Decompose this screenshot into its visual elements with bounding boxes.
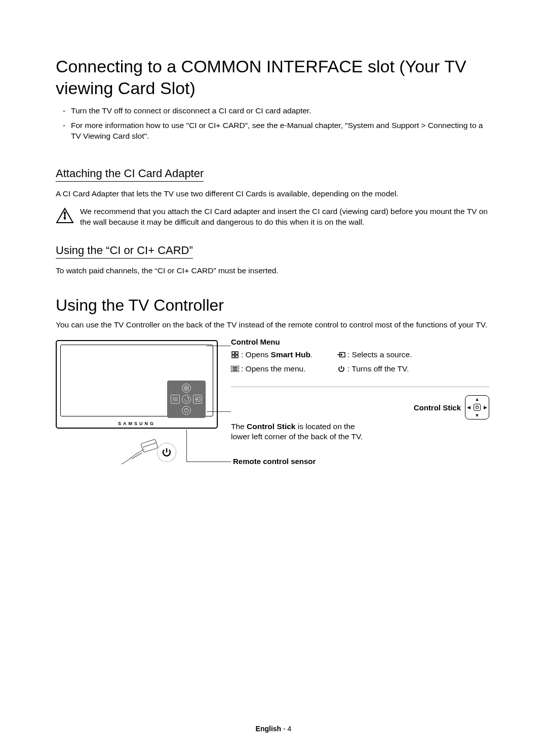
control-menu-item-smart-hub: : Opens Smart Hub.: [231, 350, 332, 359]
svg-marker-2: [63, 211, 66, 214]
source-icon: [193, 395, 202, 404]
text-bold: Control Stick: [247, 422, 295, 431]
text: : Opens: [241, 350, 271, 359]
svg-rect-17: [141, 439, 158, 452]
control-stick-title: Control Stick: [414, 403, 461, 412]
subheading-using-ci-card: Using the “CI or CI+ CARD”: [56, 244, 193, 259]
control-stick-directional-icon: ▲ ▼ ◀ ▶: [465, 395, 489, 419]
section-heading-tv-controller: Using the TV Controller: [56, 296, 491, 315]
text: The: [231, 422, 247, 431]
footer-page-number: 4: [288, 725, 292, 733]
chevron-down-icon: ▼: [475, 413, 480, 418]
onscreen-control-menu: [167, 381, 206, 418]
svg-marker-11: [187, 397, 189, 398]
power-icon: [474, 404, 481, 411]
using-ci-card-text: To watch paid channels, the “CI or CI+ C…: [56, 266, 491, 276]
svg-marker-25: [341, 354, 343, 356]
warning-row: We recommend that you attach the CI Card…: [56, 206, 491, 228]
svg-line-18: [143, 443, 156, 447]
power-icon: [182, 406, 191, 415]
warning-icon: [56, 206, 80, 226]
svg-rect-5: [187, 386, 189, 388]
svg-rect-21: [232, 355, 235, 358]
remote-sensor-label: Remote control sensor: [233, 457, 316, 466]
svg-rect-4: [184, 386, 186, 388]
ci-note-1: Turn the TV off to connect or disconnect…: [56, 106, 491, 116]
text: : Opens the menu.: [241, 364, 306, 373]
control-stick-block: Control Stick ▲ ▼ ◀ ▶ The Control Stick …: [231, 395, 489, 441]
source-icon: [337, 351, 345, 358]
control-menu-item-menu: : Opens the menu.: [231, 364, 332, 373]
chevron-right-icon: ▶: [484, 405, 487, 410]
svg-rect-22: [236, 355, 238, 358]
control-menu-item-power: : Turns off the TV.: [337, 364, 434, 373]
control-menu-title: Control Menu: [231, 338, 489, 346]
tv-controller-intro: You can use the TV Controller on the bac…: [56, 320, 491, 330]
svg-rect-6: [184, 389, 186, 391]
subheading-attach-adapter: Attaching the CI Card Adapter: [56, 167, 204, 182]
text: lower left corner of the back of the TV.: [231, 432, 489, 441]
svg-rect-20: [236, 352, 238, 354]
attach-adapter-text: A CI Card Adapter that lets the TV use t…: [56, 189, 491, 199]
section-heading-common-interface: Connecting to a COMMON INTERFACE slot (Y…: [56, 56, 491, 99]
text: .: [310, 350, 312, 359]
menu-icon: [231, 365, 239, 372]
power-icon: [337, 365, 345, 372]
chevron-left-icon: ◀: [467, 405, 471, 410]
svg-marker-3: [63, 218, 66, 220]
remote-sensor-power-icon: [157, 443, 176, 462]
ci-note-2: For more information how to use "CI or C…: [56, 120, 491, 142]
text: : Selects a source.: [347, 350, 412, 359]
svg-rect-7: [187, 389, 189, 391]
tv-controller-diagram: SAMSUNG: [56, 338, 491, 474]
leader-line: [186, 461, 231, 462]
divider: [231, 387, 489, 387]
svg-marker-14: [197, 398, 199, 400]
warning-text: We recommend that you attach the CI Card…: [80, 206, 491, 228]
tv-brand-label: SAMSUNG: [57, 421, 217, 426]
leader-line: [186, 430, 187, 461]
smart-hub-icon: [182, 384, 191, 393]
footer-sep: -: [281, 725, 287, 733]
control-menu-item-source: : Selects a source.: [337, 350, 434, 359]
text: : Turns off the TV.: [347, 364, 409, 373]
smart-hub-icon: [231, 351, 239, 358]
ci-notes-list: Turn the TV off to connect or disconnect…: [56, 106, 491, 142]
menu-icon: [171, 395, 180, 404]
chevron-up-icon: ▲: [475, 397, 480, 402]
page-footer: English - 4: [0, 725, 547, 733]
footer-language: English: [256, 725, 282, 733]
svg-rect-19: [232, 352, 235, 354]
text-bold: Smart Hub: [271, 350, 310, 359]
control-menu-grid: : Opens Smart Hub. : Selects a source. :…: [231, 350, 489, 373]
return-icon: [182, 395, 191, 404]
text: is located on the: [295, 422, 355, 431]
